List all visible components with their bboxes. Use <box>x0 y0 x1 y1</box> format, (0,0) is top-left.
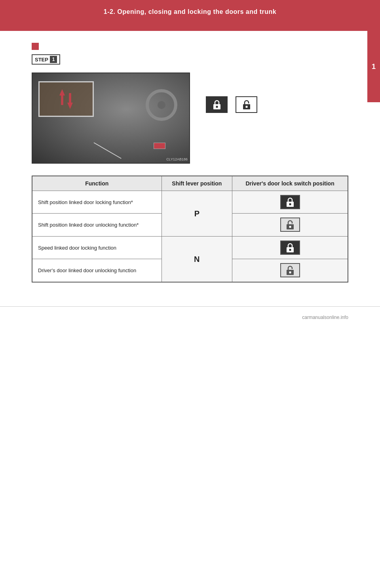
svg-rect-11 <box>289 271 291 273</box>
function-table: Function Shift lever position Driver's d… <box>32 176 348 283</box>
section-bullet <box>32 43 39 50</box>
shift-lever-cell: P <box>162 191 232 237</box>
lock-switch-cell <box>232 214 348 237</box>
table-row: Speed linked door locking functionN <box>32 237 348 259</box>
col-shift-header: Shift lever position <box>162 176 232 191</box>
function-cell: Shift position linked door unlocking fun… <box>32 214 162 237</box>
function-cell: Shift position linked door locking funct… <box>32 191 162 214</box>
arrow-indicators <box>59 89 73 109</box>
step1-number: 1 <box>50 56 57 63</box>
unlocked-cell-icon <box>280 263 300 277</box>
function-cell: Driver's door linked door unlocking func… <box>32 259 162 283</box>
main-content: STEP 1 STEP 2 <box>0 31 380 298</box>
lock-closed-icon <box>285 197 296 208</box>
lock-open-icon <box>285 265 296 276</box>
svg-rect-7 <box>289 226 291 228</box>
col-function-header: Function <box>32 176 162 191</box>
svg-rect-1 <box>216 106 218 108</box>
locked-cell-icon <box>280 241 300 255</box>
arrow-down-icon <box>59 89 65 105</box>
unlocked-icon-box <box>236 96 257 113</box>
steering-wheel <box>146 89 177 121</box>
arrow-up-icon <box>67 93 73 109</box>
zoom-box <box>38 81 94 117</box>
unlocked-icon <box>241 99 252 110</box>
lock-switch-cell <box>232 237 348 259</box>
svg-rect-9 <box>289 249 291 251</box>
table-row: Shift position linked door locking funct… <box>32 191 348 214</box>
lock-icons-row <box>206 96 257 113</box>
lock-switch-cell <box>232 259 348 283</box>
header-bar: 1-2. Opening, closing and locking the do… <box>0 0 380 24</box>
locked-icon-box <box>206 96 228 113</box>
locked-cell-icon <box>280 195 300 209</box>
car-image: STEP 2 CLY12 <box>32 73 190 164</box>
col-lock-header: Driver's door lock switch position <box>232 176 348 191</box>
page-title: 1-2. Opening, closing and locking the do… <box>104 8 276 15</box>
svg-rect-3 <box>245 106 247 108</box>
function-cell: Speed linked door locking function <box>32 237 162 259</box>
indicator-box <box>154 143 165 149</box>
shift-lever-cell: N <box>162 237 232 283</box>
svg-rect-5 <box>289 203 291 205</box>
step1-label: STEP <box>35 57 48 63</box>
lock-open-icon <box>285 219 296 230</box>
image-section: STEP 2 CLY12 <box>32 73 348 164</box>
footer: carmanualsonline.info <box>0 306 380 328</box>
lock-icons-area <box>206 73 257 113</box>
car-interior-illustration: CLY12AB186 <box>32 73 189 163</box>
lock-switch-cell <box>232 191 348 214</box>
footer-info: carmanualsonline.info <box>32 315 348 320</box>
red-band <box>0 24 380 31</box>
lock-closed-icon <box>285 242 296 253</box>
unlocked-cell-icon <box>280 218 300 232</box>
function-table-section: Function Shift lever position Driver's d… <box>32 176 348 283</box>
step1-badge: STEP 1 <box>32 54 60 65</box>
locked-icon <box>211 99 222 110</box>
image-code: CLY12AB186 <box>166 157 188 161</box>
